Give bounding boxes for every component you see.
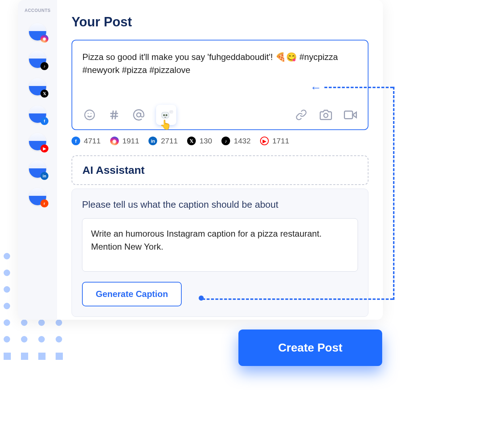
instagram-count: ◉1911 — [110, 137, 139, 145]
annotation-line — [393, 87, 394, 300]
tiktok-count: ♪1432 — [221, 137, 251, 145]
x-account[interactable]: 𝕏 — [29, 78, 46, 95]
arrow-icon: ← — [310, 81, 321, 94]
post-toolbar — [82, 105, 358, 125]
tiktok-icon: ♪ — [221, 137, 230, 145]
hashtag-icon[interactable] — [107, 108, 121, 122]
generate-caption-button[interactable]: Generate Caption — [82, 282, 182, 306]
reddit-account[interactable]: r — [29, 188, 46, 205]
youtube-icon: ▶ — [40, 145, 48, 152]
svg-rect-13 — [170, 111, 173, 113]
sidebar-label: ACCOUNTS — [25, 8, 51, 13]
post-composer-card: ACCOUNTS ◉ ♪ 𝕏 f ▶ in r Your Post Pizza … — [18, 0, 383, 320]
youtube-account[interactable]: ▶ — [29, 133, 46, 150]
main-content: Your Post Pizza so good it'll make you s… — [57, 0, 383, 320]
annotation-dot — [199, 296, 204, 301]
linkedin-icon: in — [148, 137, 157, 145]
mention-icon[interactable] — [131, 108, 146, 122]
annotation-line — [202, 298, 393, 300]
x-icon: 𝕏 — [40, 90, 48, 98]
svg-line-5 — [112, 111, 113, 119]
svg-line-6 — [115, 111, 116, 119]
character-counts-row: f4711 ◉1911 in2711 𝕏130 ♪1432 ▶1711 — [72, 137, 368, 145]
video-icon[interactable] — [343, 108, 358, 122]
instagram-icon: ◉ — [40, 35, 48, 43]
svg-point-0 — [85, 110, 95, 120]
tiktok-account[interactable]: ♪ — [29, 51, 46, 68]
linkedin-icon: in — [40, 172, 48, 180]
ai-prompt-label: Please tell us what the caption should b… — [82, 199, 358, 210]
instagram-icon: ◉ — [110, 137, 119, 145]
emoji-icon[interactable] — [82, 108, 97, 122]
instagram-account[interactable]: ◉ — [29, 23, 46, 40]
post-text-box[interactable]: Pizza so good it'll make you say 'fuhged… — [72, 40, 368, 130]
ai-assistant-header: AI Assistant — [72, 155, 368, 185]
svg-rect-18 — [345, 111, 353, 119]
facebook-icon: f — [72, 137, 80, 145]
svg-point-11 — [165, 114, 167, 116]
create-post-button[interactable]: Create Post — [238, 329, 382, 366]
ai-assistant-panel: Please tell us what the caption should b… — [72, 189, 368, 317]
page-title: Your Post — [72, 14, 368, 30]
link-icon[interactable] — [294, 108, 308, 122]
reddit-icon: r — [40, 199, 48, 207]
svg-marker-17 — [353, 112, 357, 118]
tiktok-icon: ♪ — [40, 62, 48, 70]
x-icon: 𝕏 — [187, 137, 196, 145]
facebook-account[interactable]: f — [29, 105, 46, 123]
camera-icon[interactable] — [319, 108, 333, 122]
facebook-icon: f — [40, 117, 48, 125]
facebook-count: f4711 — [72, 137, 101, 145]
accounts-sidebar: ACCOUNTS ◉ ♪ 𝕏 f ▶ in r — [18, 0, 57, 320]
ai-assistant-title: AI Assistant — [82, 164, 358, 176]
svg-point-10 — [163, 114, 165, 116]
linkedin-account[interactable]: in — [29, 160, 46, 178]
svg-point-7 — [137, 113, 141, 117]
x-count: 𝕏130 — [187, 137, 212, 145]
annotation-line — [324, 87, 393, 88]
youtube-count: ▶1711 — [260, 137, 289, 145]
linkedin-count: in2711 — [148, 137, 178, 145]
svg-point-16 — [324, 113, 328, 117]
youtube-icon: ▶ — [260, 137, 269, 145]
ai-prompt-input[interactable] — [82, 218, 358, 272]
ai-assistant-icon[interactable] — [156, 105, 176, 125]
svg-rect-12 — [164, 117, 166, 118]
